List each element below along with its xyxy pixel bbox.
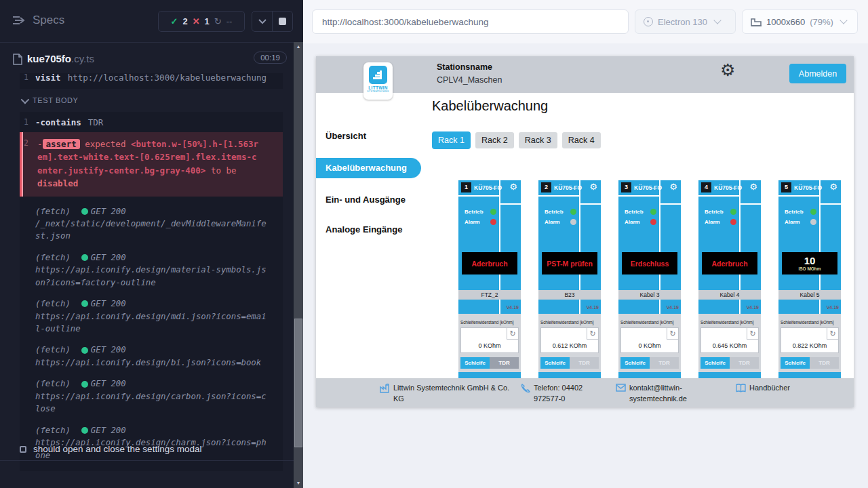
cable-name: FTZ_2 (458, 290, 521, 300)
specs-label: Specs (33, 14, 64, 27)
measurement-box: ↻ 0 KOhm (460, 327, 519, 353)
spec-file-row[interactable]: kue705fo.cy.ts 00:19 (0, 47, 294, 70)
scroll-down-arrow[interactable]: ▼ (294, 479, 303, 488)
command-row-visit[interactable]: 1 visit http://localhost:3000/kabelueber… (20, 73, 283, 89)
card-gear-icon[interactable]: ⚙ (589, 182, 597, 192)
reporter-scrollbar[interactable]: ▲ ▼ (294, 42, 303, 488)
tdr-button[interactable]: TDR (490, 357, 519, 369)
assert-state: disabled (37, 178, 78, 188)
viewport-zoom: (79%) (810, 17, 833, 27)
fetch-log-entry[interactable]: (fetch)GET 200 /_next/static/development… (20, 205, 283, 243)
tab-rack-3[interactable]: Rack 3 (519, 132, 557, 148)
betrieb-led (730, 209, 736, 215)
footer-manuals[interactable]: Handbücher (736, 383, 810, 394)
schleife-button[interactable]: Schleife (460, 357, 490, 369)
chevron-down-icon (21, 95, 30, 104)
fetch-log-entry[interactable]: (fetch)GET 200 https://api.iconify.desig… (20, 424, 283, 462)
sidebar-item-uebersicht[interactable]: Übersicht (326, 131, 366, 141)
status-dot (81, 208, 88, 215)
footer-email[interactable]: kontakt@littwin-systemtechnik.de (616, 383, 701, 405)
card-number: 2 (541, 182, 551, 192)
cable-name: Kabel 4 (698, 290, 761, 300)
refresh-icon[interactable]: ↻ (667, 328, 678, 340)
fetch-log-entry[interactable]: (fetch)GET 200 https://api.iconify.desig… (20, 298, 283, 335)
device-card-3: 3 KÜ705-FO ⚙ Betrieb Alarm Erdschluss Ka… (618, 180, 681, 378)
pending-test-icon (20, 446, 26, 453)
schleife-button[interactable]: Schleife (701, 357, 730, 369)
sidebar-item-analoge-eingaenge[interactable]: Analoge Eingänge (326, 224, 402, 235)
command-number: 1 (20, 117, 35, 127)
tdr-button[interactable]: TDR (650, 357, 679, 369)
footer-phone[interactable]: Telefon: 04402 972577-0 (521, 383, 592, 405)
alarm-label: Alarm (465, 219, 487, 225)
failed-assert-row[interactable]: 2 -assert expected <button.w-[50%].h-[1.… (20, 132, 283, 197)
cable-name: Kabel 5 (778, 290, 841, 300)
pending-test-row[interactable]: should open and close the settings modal (20, 444, 201, 454)
betrieb-led (650, 209, 656, 215)
run-controls (252, 11, 293, 32)
command-block: 1 -contains TDR 2 -assert expected <butt… (20, 112, 283, 471)
logout-button[interactable]: Abmelden (789, 64, 846, 83)
tab-rack-2[interactable]: Rack 2 (475, 132, 514, 148)
tdr-button[interactable]: TDR (810, 357, 839, 369)
status-dot (81, 347, 88, 354)
schleife-button[interactable]: Schleife (540, 357, 570, 369)
card-gear-icon[interactable]: ⚙ (749, 182, 757, 192)
status-display: Erdschluss (622, 252, 677, 274)
status-dot (81, 300, 88, 307)
sidebar-item-ein-und-ausgaenge[interactable]: Ein- und Ausgänge (326, 195, 406, 205)
card-gear-icon[interactable]: ⚙ (829, 182, 837, 192)
cypress-reporter-panel: Specs ✓ 2 ✕ 1 ↻ -- kue705fo.cy.ts 00:19 … (0, 0, 303, 488)
firmware-version: V4.19 (507, 305, 519, 310)
collapse-all-button[interactable] (252, 12, 272, 31)
device-model: KÜ705-FO (554, 184, 582, 191)
electron-icon (644, 17, 653, 26)
factory-icon (380, 384, 390, 393)
viewport-size-select[interactable]: 1000x660 (79%) (742, 9, 858, 34)
spec-file-ext: .cy.ts (71, 53, 94, 64)
refresh-icon[interactable]: ↻ (827, 328, 838, 340)
refresh-icon[interactable]: ↻ (747, 328, 758, 340)
card-gear-icon[interactable]: ⚙ (509, 182, 517, 192)
test-body-section-header[interactable]: TEST BODY (20, 89, 283, 112)
tdr-button[interactable]: TDR (730, 357, 759, 369)
refresh-icon[interactable]: ↻ (587, 328, 598, 340)
url-input[interactable] (312, 9, 629, 34)
fetch-url: https://api.iconify.design/mdi.json?icon… (35, 310, 269, 336)
fetch-log-entry[interactable]: (fetch)GET 200 https://api.iconify.desig… (20, 344, 283, 369)
schleife-button[interactable]: Schleife (781, 357, 810, 369)
schleife-button[interactable]: Schleife (620, 357, 650, 369)
tdr-button[interactable]: TDR (570, 357, 599, 369)
command-name: -contains (35, 117, 81, 127)
browser-select[interactable]: Electron 130 (635, 9, 736, 34)
card-gear-icon[interactable]: ⚙ (669, 182, 677, 192)
chevron-down-icon (258, 19, 267, 24)
tab-rack-4[interactable]: Rack 4 (562, 132, 601, 148)
chevron-down-icon (840, 16, 847, 24)
scroll-up-arrow[interactable]: ▲ (294, 42, 303, 52)
test-body-label: TEST BODY (33, 96, 79, 104)
fetch-log-entry[interactable]: (fetch)GET 200 https://api.iconify.desig… (20, 251, 283, 289)
pending-icon: ↻ (214, 16, 222, 26)
refresh-icon[interactable]: ↻ (507, 328, 518, 340)
command-number: 1 (20, 73, 35, 82)
pending-test-title: should open and close the settings modal (33, 444, 201, 454)
stop-run-button[interactable] (272, 12, 292, 31)
browser-pane: Electron 130 1000x660 (79%) Stationsname… (303, 0, 868, 488)
logo-subtext: SYSTEMTECHNIK (363, 90, 393, 93)
command-row-contains[interactable]: 1 -contains TDR (20, 112, 283, 132)
spec-file-name: kue705fo.cy.ts (27, 53, 94, 64)
scrollbar-thumb[interactable] (294, 319, 302, 447)
betrieb-led (810, 209, 816, 215)
sidebar-item-kabelueberwachung[interactable]: Kabelüberwachung (316, 158, 421, 178)
specs-button[interactable]: Specs (12, 14, 64, 27)
fetch-log-entry[interactable]: (fetch)GET 200 https://api.iconify.desig… (20, 378, 283, 415)
tab-rack-1[interactable]: Rack 1 (432, 131, 471, 149)
fetch-url: https://api.iconify.design/carbon.json?i… (35, 390, 269, 415)
device-model: KÜ705-FO (794, 184, 822, 191)
test-stats: ✓ 2 ✕ 1 ↻ -- (158, 11, 245, 32)
cable-name: B23 (538, 290, 601, 300)
device-model: KÜ705-FO (634, 184, 662, 191)
settings-gear-icon[interactable]: ⚙ (720, 62, 735, 79)
logo-text: LITTWIN (363, 85, 393, 90)
